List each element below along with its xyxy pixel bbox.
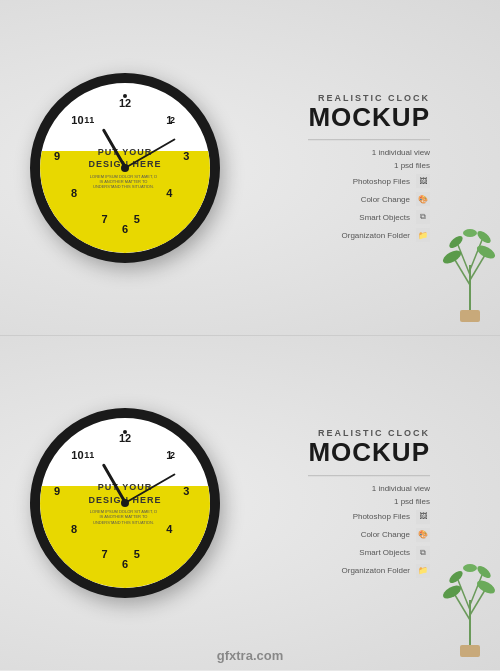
folder-icon: 📁	[416, 228, 430, 242]
info-item: Photoshop Files 🖼	[308, 174, 430, 188]
svg-line-13	[455, 595, 470, 620]
panel-top: 12 1 3 4 5 6 7 8 9 10 2 11 PUT	[0, 0, 500, 335]
info-item-b: Color Change 🎨	[308, 528, 430, 542]
title-bottom: MOCKUP	[308, 438, 430, 467]
info-label: Smart Objects	[359, 213, 410, 222]
svg-point-21	[463, 564, 477, 572]
svg-line-14	[470, 590, 485, 615]
clock: 12 1 3 4 5 6 7 8 9 10 2 11 PUT	[30, 73, 220, 263]
num-8: 8	[71, 187, 77, 199]
title-top: MOCKUP	[308, 103, 430, 132]
num-5: 5	[134, 213, 140, 225]
num-3-b: 3	[183, 485, 189, 497]
clock-face: 12 1 3 4 5 6 7 8 9 10 2 11 PUT	[40, 83, 210, 253]
plant-bottom	[440, 550, 500, 670]
clock-container-2: 12 1 3 4 5 6 7 8 9 10 2 11 PUT YOURDESIG…	[30, 408, 220, 598]
info-item: Smart Objects ⧉	[308, 210, 430, 224]
photoshop-icon: 🖼	[416, 174, 430, 188]
info-label-b: Smart Objects	[359, 548, 410, 557]
svg-point-9	[475, 229, 492, 245]
info-label-b: Organizaton Folder	[342, 566, 410, 575]
photoshop-icon-b: 🖼	[416, 510, 430, 524]
smart-icon: ⧉	[416, 210, 430, 224]
color-icon-b: 🎨	[416, 528, 430, 542]
num-11-b: 11	[84, 450, 94, 460]
info-label: Photoshop Files	[353, 177, 410, 186]
svg-rect-11	[460, 645, 480, 657]
info-label-b: Color Change	[361, 530, 410, 539]
num-5-b: 5	[134, 548, 140, 560]
svg-line-4	[458, 245, 470, 275]
num-7-b: 7	[102, 548, 108, 560]
num-9-b: 9	[54, 485, 60, 497]
svg-point-20	[475, 564, 492, 580]
info-panel-bottom: REALISTIC CLOCK MOCKUP 1 individual view…	[308, 428, 430, 578]
num-6: 6	[122, 223, 128, 235]
num-2: 2	[170, 115, 175, 125]
divider-bottom	[308, 475, 430, 476]
svg-line-2	[455, 260, 470, 285]
svg-point-7	[475, 243, 497, 262]
num-10: 10	[71, 114, 83, 126]
info-item: Color Change 🎨	[308, 192, 430, 206]
info-item-b: Smart Objects ⧉	[308, 546, 430, 560]
info-label-b: Photoshop Files	[353, 512, 410, 521]
svg-rect-0	[460, 310, 480, 322]
svg-point-18	[475, 578, 497, 597]
info-items-top: 1 individual view 1 psd files Photoshop …	[308, 148, 430, 242]
info-item: 1 psd files	[308, 161, 430, 170]
center-dot	[121, 164, 129, 172]
smart-icon-b: ⧉	[416, 546, 430, 560]
info-item: Organizaton Folder 📁	[308, 228, 430, 242]
info-items-bottom: 1 individual view 1 psd files Photoshop …	[308, 484, 430, 578]
watermark: gfxtra.com	[217, 648, 283, 663]
svg-point-8	[447, 234, 464, 250]
clock-face-2: 12 1 3 4 5 6 7 8 9 10 2 11 PUT YOURDESIG…	[40, 418, 210, 588]
num-4-b: 4	[166, 523, 172, 535]
svg-line-16	[470, 575, 482, 605]
num-3: 3	[183, 150, 189, 162]
svg-line-3	[470, 255, 485, 280]
plant-top	[440, 215, 500, 335]
info-label: Organizaton Folder	[342, 231, 410, 240]
clock-container: 12 1 3 4 5 6 7 8 9 10 2 11 PUT	[30, 73, 220, 263]
svg-point-10	[463, 229, 477, 237]
dot-12-b	[123, 430, 127, 434]
info-label-b: 1 individual view	[372, 484, 430, 493]
num-2-b: 2	[170, 450, 175, 460]
info-label: 1 individual view	[372, 148, 430, 157]
num-6-b: 6	[122, 558, 128, 570]
info-item-b: Organizaton Folder 📁	[308, 564, 430, 578]
num-12-b: 12	[119, 432, 131, 444]
center-dot-2	[121, 499, 129, 507]
num-8-b: 8	[71, 523, 77, 535]
divider-top	[308, 139, 430, 140]
dot-12	[123, 94, 127, 98]
num-11: 11	[84, 115, 94, 125]
info-panel-top: REALISTIC CLOCK MOCKUP 1 individual view…	[308, 93, 430, 243]
info-item: 1 individual view	[308, 148, 430, 157]
num-7: 7	[102, 213, 108, 225]
num-10-b: 10	[71, 449, 83, 461]
info-label: Color Change	[361, 195, 410, 204]
info-label-b: 1 psd files	[394, 497, 430, 506]
panel-bottom: 12 1 3 4 5 6 7 8 9 10 2 11 PUT YOURDESIG…	[0, 335, 500, 670]
svg-point-19	[447, 569, 464, 585]
num-4: 4	[166, 187, 172, 199]
info-item-b: Photoshop Files 🖼	[308, 510, 430, 524]
color-icon: 🎨	[416, 192, 430, 206]
folder-icon-b: 📁	[416, 564, 430, 578]
info-label: 1 psd files	[394, 161, 430, 170]
svg-line-5	[470, 240, 482, 270]
info-item-b: 1 individual view	[308, 484, 430, 493]
svg-line-15	[458, 580, 470, 610]
num-12: 12	[119, 97, 131, 109]
clock-2: 12 1 3 4 5 6 7 8 9 10 2 11 PUT YOURDESIG…	[30, 408, 220, 598]
num-9: 9	[54, 150, 60, 162]
info-item-b: 1 psd files	[308, 497, 430, 506]
